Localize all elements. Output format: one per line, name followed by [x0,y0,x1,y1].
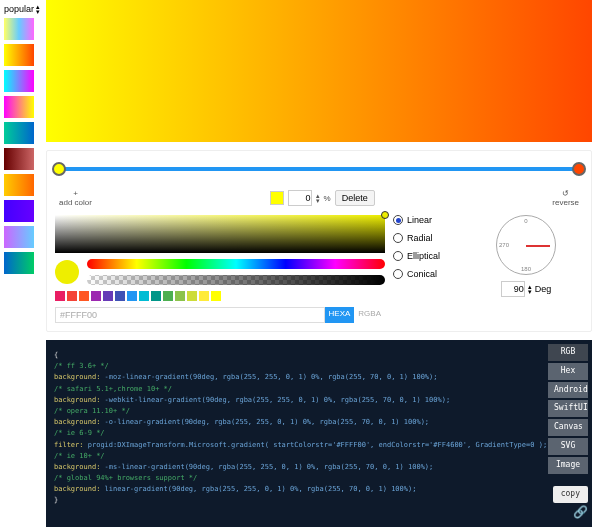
radio-icon [393,251,403,261]
gradient-type-elliptical[interactable]: Elliptical [393,251,473,261]
gradient-type-linear[interactable]: Linear [393,215,473,225]
degree-input[interactable] [501,281,525,297]
palette-color[interactable] [199,291,209,301]
sort-label: popular [4,4,34,14]
gradient-preview [46,0,592,142]
reverse-button[interactable]: ↺ reverse [552,189,579,207]
code-tab-android[interactable]: Android [548,382,588,399]
dial-needle [526,245,550,247]
preset-swatch[interactable] [4,44,34,66]
position-stepper[interactable]: ▴▾ [316,193,320,203]
degree-unit: Deg [535,284,552,294]
palette-color[interactable] [163,291,173,301]
palette-color[interactable] [67,291,77,301]
gradient-type-radial[interactable]: Radial [393,233,473,243]
code-tab-svg[interactable]: SVG [548,438,588,455]
palette-color[interactable] [139,291,149,301]
code-tab-image[interactable]: Image [548,457,588,474]
format-hexa-tab[interactable]: HEXA [325,307,355,323]
gradient-slider[interactable] [59,167,579,171]
preset-swatch[interactable] [4,70,34,92]
hue-slider[interactable] [87,259,385,269]
palette-color[interactable] [127,291,137,301]
plus-icon: + [59,189,92,198]
alpha-slider[interactable] [87,275,385,285]
position-input[interactable] [288,190,312,206]
hex-input[interactable] [55,307,325,323]
palette-color[interactable] [91,291,101,301]
palette-color[interactable] [79,291,89,301]
saturation-value-picker[interactable] [55,215,385,253]
palette-color[interactable] [55,291,65,301]
reverse-label: reverse [552,198,579,207]
gradient-stop[interactable] [52,162,66,176]
palette-color[interactable] [103,291,113,301]
add-color-button[interactable]: + add color [59,189,92,207]
code-tab-swiftui[interactable]: SwiftUI [548,400,588,417]
code-tab-canvas[interactable]: Canvas [548,419,588,436]
radio-icon [393,233,403,243]
sort-arrows-icon: ▴▾ [36,4,40,14]
sort-select[interactable]: popular ▴▾ [4,4,42,14]
palette-color[interactable] [175,291,185,301]
palette-color[interactable] [187,291,197,301]
radio-icon [393,215,403,225]
sv-cursor[interactable] [381,211,389,219]
palette-color[interactable] [115,291,125,301]
angle-dial[interactable]: 0 180 270 [496,215,556,275]
add-color-label: add color [59,198,92,207]
preset-swatch[interactable] [4,200,34,222]
delete-button[interactable]: Delete [335,190,375,206]
preset-swatch[interactable] [4,148,34,170]
permalink-icon[interactable]: 🔗 [573,503,588,522]
selected-color-swatch[interactable] [270,191,284,205]
degree-stepper[interactable]: ▴▾ [528,284,532,294]
reverse-icon: ↺ [552,189,579,198]
palette-color[interactable] [151,291,161,301]
code-tab-rgb[interactable]: RGB [548,344,588,361]
copy-button[interactable]: copy [553,486,588,503]
code-output: RGBHexAndroidSwiftUICanvasSVGImage {/* f… [46,340,592,527]
code-tab-hex[interactable]: Hex [548,363,588,380]
radio-icon [393,269,403,279]
preset-swatch[interactable] [4,96,34,118]
preset-swatch[interactable] [4,226,34,248]
position-unit: % [324,194,331,203]
preset-swatch[interactable] [4,252,34,274]
preset-swatch[interactable] [4,122,34,144]
gradient-stop[interactable] [572,162,586,176]
preset-swatch[interactable] [4,18,34,40]
palette-color[interactable] [211,291,221,301]
current-color-preview [55,260,79,284]
preset-swatch[interactable] [4,174,34,196]
gradient-type-conical[interactable]: Conical [393,269,473,279]
format-rgba-tab[interactable]: RGBA [354,307,385,323]
